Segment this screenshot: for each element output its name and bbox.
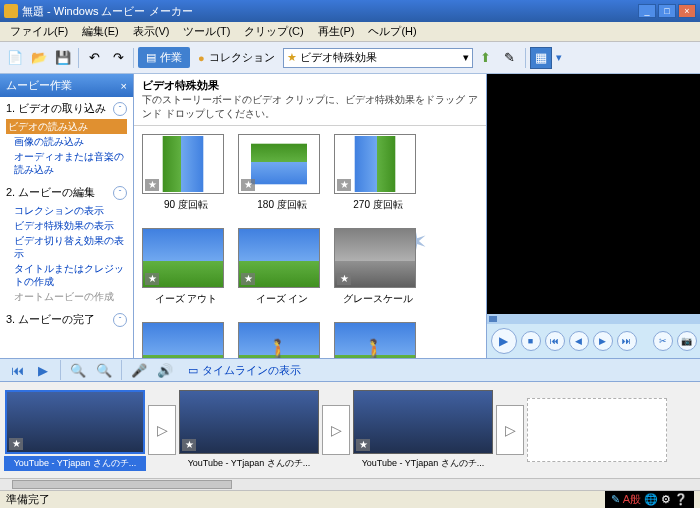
rewind-button[interactable]: ⏮ xyxy=(6,359,28,381)
task-import-audio[interactable]: オーディオまたは音楽の読み込み xyxy=(6,149,127,177)
task-view-collection[interactable]: コレクションの表示 xyxy=(6,203,127,218)
effect-rotate-90[interactable]: ★ 90 度回転 xyxy=(142,134,230,212)
transition-slot[interactable]: ▷ xyxy=(496,405,524,455)
redo-button[interactable]: ↷ xyxy=(107,47,129,69)
storyboard[interactable]: ★ YouTube - YTjapan さんのチ... ▷ ★ YouTube … xyxy=(0,382,700,478)
playback-controls: ▶ ■ ⏮ ◀ ▶ ⏭ ✂ 📷 xyxy=(487,314,700,358)
toolbar: 📄 📂 💾 ↶ ↷ ▤ 作業 ● コレクション ★ ビデオ特殊効果 ▾ ⬆ ✎ … xyxy=(0,42,700,74)
collection-combo[interactable]: ★ ビデオ特殊効果 ▾ xyxy=(283,48,473,68)
scrollbar-thumb[interactable] xyxy=(12,480,232,489)
maximize-button[interactable]: □ xyxy=(658,4,676,18)
save-button[interactable]: 💾 xyxy=(52,47,74,69)
silhouette-icon: 🚶 xyxy=(335,323,415,358)
task-view-effects[interactable]: ビデオ特殊効果の表示 xyxy=(6,218,127,233)
task-view-transitions[interactable]: ビデオ切り替え効果の表示 xyxy=(6,233,127,261)
window-titlebar: 無題 - Windows ムービー メーカー _ □ × xyxy=(0,0,700,22)
step-fwd-button[interactable]: ▶ xyxy=(593,331,613,351)
menu-view[interactable]: 表示(V) xyxy=(127,22,176,41)
effects-header: ビデオ特殊効果 下のストーリーボードのビデオ クリップに、ビデオ特殊効果をドラッ… xyxy=(134,74,486,126)
combo-value: ビデオ特殊効果 xyxy=(300,50,377,65)
tasks-label: 作業 xyxy=(160,50,182,65)
open-button[interactable]: 📂 xyxy=(28,47,50,69)
separator xyxy=(78,48,79,68)
up-button[interactable]: ⬆ xyxy=(475,47,497,69)
task-make-titles[interactable]: タイトルまたはクレジットの作成 xyxy=(6,261,127,289)
stop-button[interactable]: ■ xyxy=(521,331,541,351)
task-import-image[interactable]: 画像の読み込み xyxy=(6,134,127,149)
silhouette-icon: 🚶 xyxy=(239,323,319,358)
collection-button[interactable]: ● コレクション xyxy=(192,47,281,68)
effect-item[interactable]: 🚶★ xyxy=(334,322,422,358)
play-button[interactable]: ▶ xyxy=(491,328,517,354)
star-icon: ★ xyxy=(287,51,297,64)
close-button[interactable]: × xyxy=(678,4,696,18)
menu-edit[interactable]: 編集(E) xyxy=(76,22,125,41)
star-icon: ★ xyxy=(145,179,159,191)
effect-item[interactable]: 🚶★ xyxy=(238,322,326,358)
storyboard-clip[interactable]: ★ YouTube - YTjapan さんのチ... xyxy=(178,390,320,471)
separator xyxy=(60,360,61,380)
effect-item[interactable]: ★ xyxy=(142,322,230,358)
effects-subtitle: 下のストーリーボードのビデオ クリップに、ビデオ特殊効果をドラッグ アンド ドロ… xyxy=(142,93,478,121)
play-storyboard-button[interactable]: ▶ xyxy=(32,359,54,381)
storyboard-scrollbar[interactable] xyxy=(0,478,700,490)
status-text: 準備完了 xyxy=(6,492,50,507)
ime-bar[interactable]: ✎ A般 🌐 ⚙ ❔ xyxy=(605,491,694,508)
statusbar: 準備完了 ✎ A般 🌐 ⚙ ❔ xyxy=(0,490,700,508)
minimize-button[interactable]: _ xyxy=(638,4,656,18)
task-section-capture: 1. ビデオの取り込み ˆ xyxy=(6,101,127,116)
menu-play[interactable]: 再生(P) xyxy=(312,22,361,41)
show-timeline-link[interactable]: ▭ タイムラインの表示 xyxy=(188,363,301,378)
star-icon: ★ xyxy=(145,273,159,285)
seek-bar[interactable] xyxy=(487,314,700,324)
expand-icon[interactable]: ˇ xyxy=(113,313,127,327)
ime-mode: A般 xyxy=(623,492,641,507)
storyboard-clip[interactable]: ★ YouTube - YTjapan さんのチ... xyxy=(4,390,146,471)
tasks-button[interactable]: ▤ 作業 xyxy=(138,47,190,68)
menu-tool[interactable]: ツール(T) xyxy=(177,22,236,41)
collapse-icon[interactable]: ˆ xyxy=(113,186,127,200)
menu-file[interactable]: ファイル(F) xyxy=(4,22,74,41)
next-button[interactable]: ⏭ xyxy=(617,331,637,351)
prev-button[interactable]: ⏮ xyxy=(545,331,565,351)
new-button[interactable]: 📄 xyxy=(4,47,26,69)
split-button[interactable]: ✂ xyxy=(653,331,673,351)
star-icon: ★ xyxy=(356,439,370,451)
task-automovie[interactable]: オートムービーの作成 xyxy=(6,289,127,304)
undo-button[interactable]: ↶ xyxy=(83,47,105,69)
storyboard-clip[interactable]: ★ YouTube - YTjapan さんのチ... xyxy=(352,390,494,471)
preview-monitor xyxy=(487,74,700,314)
step-back-button[interactable]: ◀ xyxy=(569,331,589,351)
zoom-in-button[interactable]: 🔍 xyxy=(67,359,89,381)
zoom-out-button[interactable]: 🔍 xyxy=(93,359,115,381)
task-section-finish: 3. ムービーの完了 ˇ xyxy=(6,312,127,327)
audio-levels-button[interactable]: 🔊 xyxy=(154,359,176,381)
task-import-video[interactable]: ビデオの読み込み xyxy=(6,119,127,134)
storyboard-empty-slot[interactable] xyxy=(526,398,668,462)
effect-rotate-270[interactable]: ★ 270 度回転 xyxy=(334,134,422,212)
narrate-button[interactable]: 🎤 xyxy=(128,359,150,381)
effect-grayscale[interactable]: ✶ ★ グレースケール xyxy=(334,228,422,306)
chevron-down-icon[interactable]: ▾ xyxy=(554,51,564,64)
storyboard-toolbar: ⏮ ▶ 🔍 🔍 🎤 🔊 ▭ タイムラインの表示 xyxy=(0,358,700,382)
effect-rotate-180[interactable]: ★ 180 度回転 xyxy=(238,134,326,212)
effect-ease-out[interactable]: ★ イーズ アウト xyxy=(142,228,230,306)
menu-help[interactable]: ヘルプ(H) xyxy=(362,22,422,41)
view-thumbnails-button[interactable]: ▦ xyxy=(530,47,552,69)
menu-clip[interactable]: クリップ(C) xyxy=(238,22,309,41)
star-icon: ★ xyxy=(337,179,351,191)
properties-button[interactable]: ✎ xyxy=(499,47,521,69)
collection-label: コレクション xyxy=(209,50,275,65)
collapse-icon[interactable]: ˆ xyxy=(113,102,127,116)
transition-slot[interactable]: ▷ xyxy=(322,405,350,455)
separator xyxy=(525,48,526,68)
clip-label: YouTube - YTjapan さんのチ... xyxy=(178,456,320,471)
task-pane: ムービー作業 × 1. ビデオの取り込み ˆ ビデオの読み込み 画像の読み込み … xyxy=(0,74,134,358)
effect-ease-in[interactable]: ★ イーズ イン xyxy=(238,228,326,306)
ime-icon: ❔ xyxy=(674,493,688,506)
ime-icon: ⚙ xyxy=(661,493,671,506)
list-icon: ▤ xyxy=(146,51,156,64)
snapshot-button[interactable]: 📷 xyxy=(677,331,697,351)
close-pane-button[interactable]: × xyxy=(121,80,127,92)
transition-slot[interactable]: ▷ xyxy=(148,405,176,455)
